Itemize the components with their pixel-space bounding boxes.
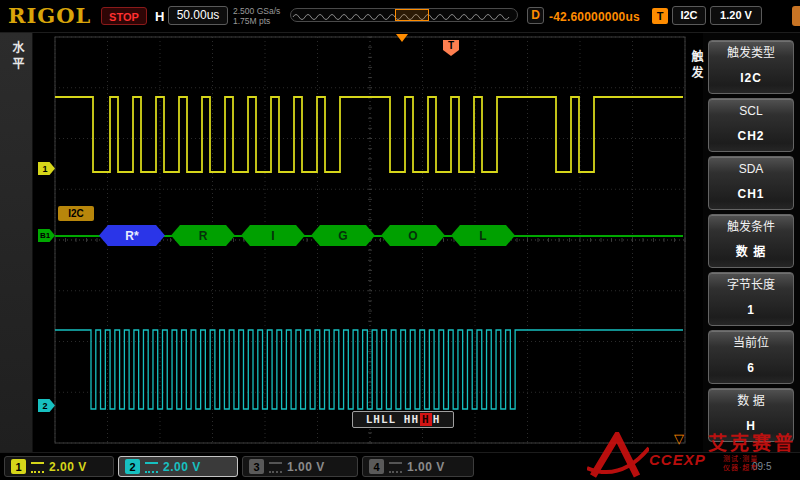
channel2-marker[interactable]: 2 [38, 399, 55, 412]
menu-item-value: 1 [747, 303, 755, 317]
menu-item-3[interactable]: SDACH1 [708, 156, 794, 210]
channel-1-readout[interactable]: 12.00 V [4, 456, 114, 477]
memory-position-bar[interactable] [290, 8, 518, 22]
trigger-flag-icon[interactable]: T [443, 40, 459, 56]
clock-readout: 09:5 [752, 461, 771, 472]
menu-item-value: 6 [747, 361, 755, 375]
memory-depth: 1.75M pts [233, 16, 280, 26]
menu-item-value: H [746, 419, 756, 433]
decode-byte: R [171, 225, 235, 246]
trigger-type-readout: I2C [672, 6, 706, 25]
coupling-dc-icon [31, 462, 44, 473]
menu-item-value: 数 据 [736, 242, 766, 259]
channel-3-readout[interactable]: 31.00 V [242, 456, 358, 477]
menu-item-label: 当前位 [733, 337, 769, 350]
trigger-menu-items: 触发类型I2CSCLCH2SDACH1触发条件数 据字节长度1当前位6数 据H [708, 40, 794, 442]
rigol-logo: RIGOL [8, 3, 91, 28]
display-window-marker[interactable] [395, 9, 429, 21]
channel-number-badge: 2 [125, 459, 140, 474]
channel-scale: 2.00 V [49, 460, 87, 474]
menu-item-label: SDA [739, 163, 764, 176]
menu-item-1[interactable]: 触发类型I2C [708, 40, 794, 94]
sample-rate: 2.500 GSa/s [233, 6, 280, 16]
channel1-marker[interactable]: 1 [38, 162, 55, 175]
channel-scale: 2.00 V [163, 460, 201, 474]
menu-item-label: 触发类型 [727, 47, 775, 60]
coupling-dc-icon [145, 462, 158, 473]
coupling-dc-icon [389, 462, 402, 473]
channel-number-badge: 3 [249, 459, 264, 474]
trigger-menu-title: 触发 [688, 50, 705, 82]
run-state-badge: STOP [101, 7, 147, 25]
delay-offset-readout: -42.60000000us [549, 10, 640, 24]
channel-scale: 1.00 V [287, 460, 325, 474]
header-bar: RIGOL STOP H 50.00us 2.500 GSa/s 1.75M p… [0, 0, 800, 33]
pattern-selected-bit: H [420, 413, 432, 426]
menu-edge-tab[interactable] [792, 6, 800, 26]
menu-item-label: 字节长度 [727, 279, 775, 292]
menu-item-value: CH1 [737, 187, 764, 201]
data-pattern-readout: LHLL HHHH [352, 411, 454, 428]
timebase-readout: 50.00us [168, 6, 228, 25]
channel-number-badge: 1 [11, 459, 26, 474]
menu-item-2[interactable]: SCLCH2 [708, 98, 794, 152]
acquisition-info: 2.500 GSa/s 1.75M pts [233, 6, 280, 26]
menu-item-4[interactable]: 触发条件数 据 [708, 214, 794, 268]
decode-byte: I [241, 225, 305, 246]
pattern-before: LHLL HH [366, 413, 419, 426]
coupling-dc-icon [269, 462, 282, 473]
menu-item-label: 触发条件 [727, 221, 775, 234]
decode-byte: L [451, 225, 515, 246]
decode-byte: O [381, 225, 445, 246]
pattern-after: H [433, 413, 441, 426]
i2c-bus-tag: I2C [58, 206, 94, 221]
delay-label: D [527, 7, 544, 24]
menu-item-value: I2C [740, 71, 762, 85]
channel-number-badge: 4 [369, 459, 384, 474]
menu-item-value: CH2 [737, 129, 764, 143]
menu-item-5[interactable]: 字节长度1 [708, 272, 794, 326]
horizontal-panel-title: 水平 [9, 41, 26, 73]
decode-byte: R* [99, 225, 165, 246]
menu-item-6[interactable]: 当前位6 [708, 330, 794, 384]
trigger-level-readout: 1.20 V [710, 6, 762, 25]
channel-2-readout[interactable]: 22.00 V [118, 456, 238, 477]
channel-scale: 1.00 V [407, 460, 445, 474]
horizontal-label: H [155, 9, 164, 24]
left-sidebar: 水平 [0, 32, 33, 452]
trigger-level-offscreen-icon: ▽ [674, 431, 684, 446]
oscilloscope-screen: RIGOL STOP H 50.00us 2.500 GSa/s 1.75M p… [0, 0, 800, 480]
menu-item-label: SCL [739, 105, 762, 118]
trigger-position-arrow-icon[interactable] [396, 34, 408, 42]
footer-bar: 12.00 V22.00 V31.00 V41.00 V 09:5 [0, 452, 800, 480]
menu-item-label: 数 据 [737, 395, 764, 408]
menu-item-7[interactable]: 数 据H [708, 388, 794, 442]
bus1-marker[interactable]: B1 [38, 229, 55, 242]
trigger-icon: T [652, 8, 668, 24]
channel-4-readout[interactable]: 41.00 V [362, 456, 474, 477]
decode-byte: G [311, 225, 375, 246]
